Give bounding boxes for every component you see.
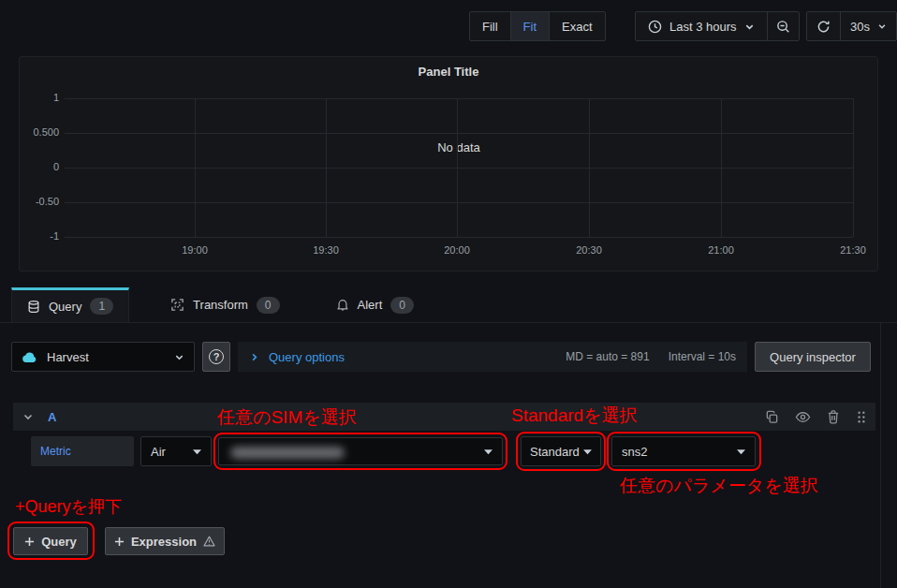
panel-title: Panel Title [20,65,877,79]
plot-area: No data 10.5000-0.50-119:0019:3020:0020:… [65,98,853,237]
datasource-help-button[interactable]: ? [202,342,230,372]
add-expression-button[interactable]: Expression [105,527,225,555]
add-query-button[interactable]: Query [13,527,88,555]
interval-stat: Interval = 10s [669,350,736,363]
refresh-icon [816,20,831,34]
size-mode-fit-label: Fit [523,20,537,34]
caret-down-icon [484,448,493,455]
refresh-button[interactable] [807,12,840,40]
y-tick-label: -1 [18,230,59,242]
query-row-header[interactable]: A [13,403,875,431]
time-range-button[interactable]: Last 3 hours [636,12,767,40]
plus-icon [24,537,35,547]
add-query-label: Query [41,535,77,549]
metric-type-value: Air [151,445,166,459]
question-circle-icon: ? [209,349,224,364]
tab-alert[interactable]: Alert 0 [321,287,429,322]
y-tick-label: 0 [18,161,59,172]
v-gridline [457,98,458,237]
standard-select[interactable]: Standard [521,436,601,466]
parameter-select[interactable]: sns2 [611,436,756,466]
x-tick-label: 21:00 [693,244,749,256]
add-expression-label: Expression [131,535,197,549]
max-data-points-stat: MD = auto = 891 [566,350,649,363]
refresh-group: 30s [806,11,897,41]
metric-field-label: Metric [31,436,134,466]
cloud-icon [22,351,37,363]
sim-select[interactable] [218,437,503,465]
tab-alert-label: Alert [358,298,383,312]
duplicate-icon[interactable] [765,410,779,424]
size-mode-fill-button[interactable]: Fill [470,12,510,40]
x-tick-label: 20:30 [561,244,617,256]
time-picker-group: Last 3 hours [635,11,800,41]
size-mode-fit-button[interactable]: Fit [510,12,549,40]
y-tick-label: 0.500 [18,126,59,138]
tab-query-label: Query [49,300,81,314]
warning-triangle-icon [203,536,215,547]
metric-label-text: Metric [40,445,71,458]
tab-query-badge: 1 [90,298,113,315]
size-mode-exact-button[interactable]: Exact [549,12,605,40]
query-inspector-button[interactable]: Query inspector [755,342,871,372]
size-mode-exact-label: Exact [562,20,593,34]
chevron-down-icon[interactable] [22,411,34,422]
bell-icon [336,298,349,312]
trash-icon[interactable] [827,410,840,424]
annotation-sim: 任意のSIMを選択 [217,405,357,430]
plus-icon [114,537,125,547]
tab-transform[interactable]: Transform 0 [155,287,294,322]
v-gridline [326,98,327,237]
caret-down-icon [583,448,592,455]
query-row-actions [765,410,866,424]
y-tick-label: 1 [18,92,59,103]
v-gridline [853,98,854,237]
x-tick-label: 19:30 [298,244,354,256]
caret-down-icon [737,448,745,455]
v-gridline [589,98,590,237]
h-gridline [65,168,853,169]
transform-icon [170,298,184,312]
query-options-bar: Query options MD = auto = 891 Interval =… [238,342,747,372]
annotation-add-query: +Queryを押下 [15,495,122,518]
refresh-interval-dropdown[interactable]: 30s [840,12,896,40]
query-stats: MD = auto = 891 Interval = 10s [566,350,736,363]
database-icon [27,300,40,314]
graph-panel[interactable]: Panel Title No data 10.5000-0.50-119:001… [19,56,878,272]
size-mode-fill-label: Fill [482,20,498,34]
h-gridline [65,237,853,238]
zoom-out-button[interactable] [767,12,799,40]
query-inspector-label: Query inspector [770,350,856,364]
datasource-name: Harvest [47,350,89,364]
tab-alert-badge: 0 [390,297,414,314]
datasource-picker[interactable]: Harvest [11,342,195,372]
time-range-label: Last 3 hours [669,20,737,34]
chevron-down-icon [744,22,755,32]
y-tick-label: -0.50 [18,196,59,207]
chevron-down-icon [877,22,887,31]
tab-transform-badge: 0 [257,297,280,314]
v-gridline [195,98,196,237]
metric-type-select[interactable]: Air [140,436,212,466]
x-tick-label: 21:30 [825,244,881,256]
chevron-down-icon [174,352,184,362]
refresh-interval-label: 30s [850,20,870,34]
tab-query[interactable]: Query 1 [11,287,129,322]
no-data-message: No data [65,140,853,154]
content-right-divider [880,323,881,588]
query-options-toggle[interactable]: Query options [269,350,345,364]
annotation-parameter: 任意のパラメータを選択 [620,474,818,498]
question-mark: ? [213,351,220,362]
editor-tabbar: Query 1 Transform 0 Alert 0 [0,287,897,323]
annotation-standard: Standardを選択 [511,404,638,428]
x-tick-label: 20:00 [429,244,485,256]
query-ref-id: A [48,410,56,424]
parameter-value: sns2 [622,445,647,459]
caret-down-icon [193,448,201,455]
chevron-right-icon [249,352,259,362]
clock-icon [648,20,662,34]
h-gridline [65,98,853,99]
eye-icon[interactable] [795,411,811,423]
drag-handle-icon[interactable] [856,410,866,424]
tab-transform-label: Transform [193,298,248,312]
